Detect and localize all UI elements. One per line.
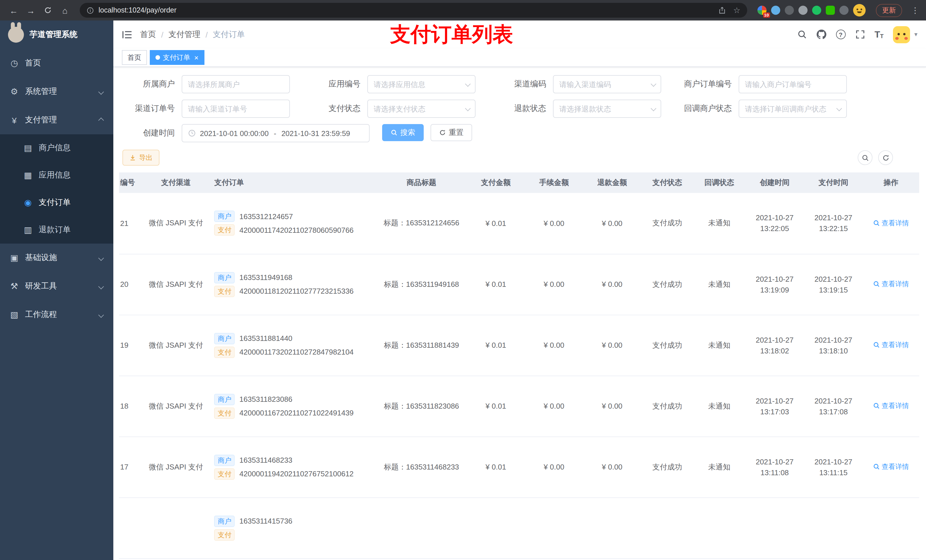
refund-status-select[interactable] (553, 100, 661, 118)
extension-icon[interactable] (771, 6, 780, 15)
cell-create-time: 2021-10-27 13:18:02 (745, 315, 804, 376)
merchant-tag: 商户 (215, 394, 235, 405)
share-icon[interactable] (719, 6, 726, 14)
export-button[interactable]: 导出 (123, 150, 159, 166)
user-menu[interactable]: ▾ (893, 26, 917, 43)
toggle-search-button[interactable] (858, 150, 873, 165)
time-line: 13:22:15 (806, 223, 861, 234)
sidebar-item-home[interactable]: ◷ 首页 (0, 49, 113, 77)
cell-channel: 微信 JSAPI 支付 (140, 436, 212, 497)
cell-amount: ¥ 0.01 (467, 315, 525, 376)
merchant-tag: 商户 (215, 272, 235, 283)
view-detail-link[interactable]: 查看详情 (873, 218, 909, 228)
filter-row: 创建时间 2021-10-01 00:00:00 - 2021-10-31 23… (119, 124, 919, 142)
cell-amount: ¥ 0.01 (467, 376, 525, 436)
extensions-pin-icon[interactable] (840, 6, 849, 15)
tab-home[interactable]: 首页 (122, 50, 147, 65)
sidebar-item-label: 系统管理 (25, 86, 94, 97)
search-icon (391, 129, 398, 136)
help-icon[interactable]: ? (836, 30, 846, 39)
user-avatar[interactable] (893, 26, 910, 43)
notify-status-select[interactable] (738, 100, 847, 118)
filter-row: 渠道订单号 支付状态 退款状态 回调商户状态 (119, 100, 919, 118)
home-button[interactable]: ⌂ (58, 3, 72, 17)
cell-channel: 微信 JSAPI 支付 (140, 193, 212, 254)
tab-label: 首页 (127, 53, 141, 62)
date-line: 2021-10-27 (806, 213, 861, 223)
cell-title: 标题：1635311949168 (376, 254, 467, 315)
bookmark-star-icon[interactable]: ☆ (733, 6, 740, 14)
close-icon[interactable]: × (194, 54, 198, 61)
col-status: 支付状态 (641, 172, 693, 193)
search-icon (873, 281, 880, 288)
pay-status-select[interactable] (367, 100, 475, 118)
search-button[interactable]: 搜索 (382, 124, 424, 141)
address-bar[interactable]: localhost:1024/pay/order ☆ (80, 3, 747, 18)
search-button-label: 搜索 (400, 127, 415, 138)
merchant-order-no: 1635311949168 (239, 273, 292, 282)
browser-menu-icon[interactable]: ⋮ (911, 6, 919, 15)
sidebar-item-label: 支付管理 (25, 115, 94, 125)
sidebar-item-payment[interactable]: ¥ 支付管理 (0, 106, 113, 134)
tags-view-bar: 首页 支付订单 × (113, 48, 926, 67)
extension-icon[interactable] (812, 6, 821, 15)
cell-refund: ¥ 0.00 (583, 376, 641, 436)
date-range-picker[interactable]: 2021-10-01 00:00:00 - 2021-10-31 23:59:5… (182, 124, 369, 142)
search-icon (861, 154, 869, 162)
sidebar-item-infrastructure[interactable]: ▣ 基础设施 (0, 244, 113, 272)
view-detail-link[interactable]: 查看详情 (873, 462, 909, 472)
sidebar-item-system[interactable]: ⚙ 系统管理 (0, 77, 113, 106)
channel-order-no-input[interactable] (182, 100, 290, 118)
cell-notify-status: 未通知 (693, 376, 746, 436)
view-detail-link[interactable]: 查看详情 (873, 340, 909, 350)
sidebar-item-app-info[interactable]: ▦ 应用信息 (0, 162, 113, 189)
breadcrumb-payment[interactable]: 支付管理 (169, 29, 200, 39)
cell-create-time: 2021-10-27 13:22:05 (745, 193, 804, 254)
tab-pay-order[interactable]: 支付订单 × (150, 50, 204, 65)
forward-button[interactable]: → (24, 3, 38, 17)
sidebar-item-refund-order[interactable]: ▥ 退款订单 (0, 216, 113, 244)
merchant-order-no-input[interactable] (738, 75, 847, 93)
extension-icon[interactable] (799, 6, 808, 15)
site-info-icon[interactable] (86, 6, 94, 14)
cell-amount: ¥ 0.01 (467, 436, 525, 497)
font-size-icon[interactable]: TT (875, 30, 884, 39)
extension-icon[interactable] (785, 6, 794, 15)
table-toolbar: 导出 (119, 150, 919, 166)
cell-refund: ¥ 0.00 (583, 315, 641, 376)
table-row: 20 微信 JSAPI 支付 商户 1635311949168 支付 42000… (119, 254, 919, 315)
merchant-tag: 商户 (215, 454, 235, 466)
extension-icon[interactable] (826, 6, 835, 15)
extension-icon[interactable]: 10 (757, 6, 767, 15)
channel-code-select[interactable] (553, 75, 661, 93)
search-icon[interactable] (797, 30, 807, 39)
sidebar-item-devtools[interactable]: ⚒ 研发工具 (0, 272, 113, 300)
hamburger-icon[interactable] (122, 30, 132, 39)
chevron-down-icon (98, 255, 104, 261)
view-detail-link[interactable]: 查看详情 (873, 279, 909, 289)
cell-pay-time: 2021-10-27 13:11:15 (804, 436, 863, 497)
browser-update-button[interactable]: 更新 (876, 4, 902, 17)
cell-refund: ¥ 0.00 (583, 436, 641, 497)
merchant-tag: 商户 (215, 333, 235, 344)
filter-label: 应用编号 (305, 79, 367, 89)
date-line: 2021-10-27 (806, 456, 861, 467)
back-button[interactable]: ← (7, 3, 21, 17)
sidebar-item-pay-order[interactable]: ◉ 支付订单 (0, 189, 113, 216)
sidebar-item-merchant-info[interactable]: ▤ 商户信息 (0, 134, 113, 162)
sidebar-item-workflow[interactable]: ▧ 工作流程 (0, 300, 113, 329)
view-detail-link[interactable]: 查看详情 (873, 401, 909, 411)
workflow-icon: ▧ (9, 309, 20, 320)
chevron-down-icon (98, 312, 104, 318)
browser-profile-avatar[interactable] (853, 4, 865, 17)
github-icon[interactable] (816, 30, 826, 39)
app-id-select[interactable] (367, 75, 475, 93)
refresh-table-button[interactable] (878, 150, 893, 165)
merchant-input[interactable] (182, 75, 290, 93)
reload-button[interactable] (41, 3, 54, 17)
breadcrumb-home[interactable]: 首页 (140, 29, 156, 39)
col-amount: 支付金额 (467, 172, 525, 193)
reset-button[interactable]: 重置 (431, 124, 472, 141)
fullscreen-icon[interactable] (855, 30, 865, 39)
table-header-row: 编号 支付渠道 支付订单 商品标题 支付金额 手续金额 退款金额 支付状态 回调… (119, 172, 919, 193)
